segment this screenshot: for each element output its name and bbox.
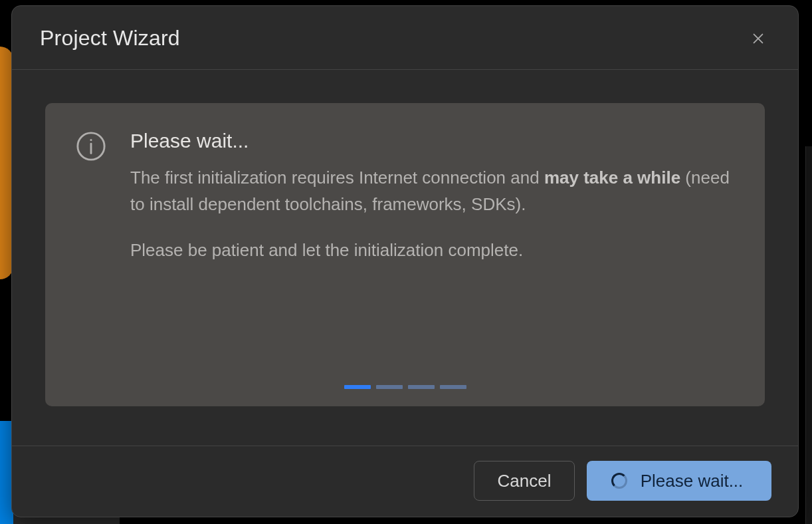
svg-point-3 [90, 139, 92, 141]
background-decor [805, 146, 812, 524]
modal-body: Please wait... The first initialization … [12, 70, 798, 446]
info-icon [76, 131, 106, 282]
step-dot-1 [344, 385, 371, 389]
step-indicator [344, 385, 466, 389]
project-wizard-modal: Project Wizard Please wait... [11, 5, 799, 517]
step-dot-4 [440, 385, 466, 389]
primary-button[interactable]: Please wait... [587, 461, 771, 501]
step-dot-2 [376, 385, 403, 389]
info-paragraph-1: The first initialization requires Intern… [130, 164, 734, 218]
cancel-button-label: Cancel [498, 471, 552, 491]
primary-button-label: Please wait... [641, 471, 744, 491]
modal-title: Project Wizard [40, 26, 180, 51]
cancel-button[interactable]: Cancel [474, 461, 575, 501]
info-heading: Please wait... [130, 130, 734, 152]
close-button[interactable] [746, 27, 770, 51]
spinner-icon [611, 473, 627, 489]
modal-header: Project Wizard [12, 6, 798, 70]
close-icon [751, 31, 765, 46]
info-paragraph-2: Please be patient and let the initializa… [130, 237, 734, 263]
modal-footer: Cancel Please wait... [12, 446, 798, 517]
info-panel: Please wait... The first initialization … [45, 103, 765, 406]
info-text-pre: The first initialization requires Intern… [130, 168, 544, 188]
step-dot-3 [408, 385, 435, 389]
info-text-strong: may take a while [544, 168, 680, 188]
